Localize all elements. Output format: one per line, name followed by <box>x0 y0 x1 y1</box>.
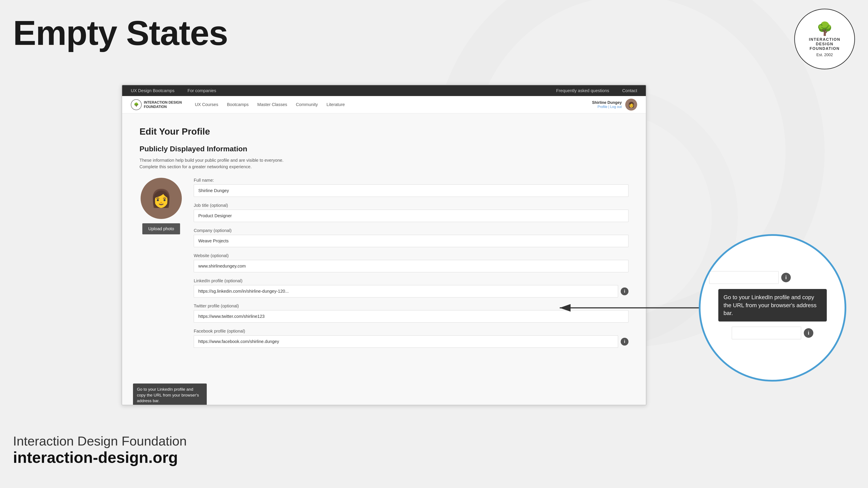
zoom-circle: i Go to your LinkedIn profile and copy t… <box>699 234 846 382</box>
field-website-label: Website (optional) <box>194 253 628 258</box>
field-facebook-label: Facebook profile (optional) <box>194 329 628 334</box>
form-fields: Full name: Job title (optional) Company … <box>194 178 628 348</box>
nav-user-name: Shirline Dungey <box>592 100 622 105</box>
field-fullname-label: Full name: <box>194 178 628 183</box>
nav-link-bootcamps[interactable]: Bootcamps <box>227 102 249 107</box>
field-facebook-input[interactable] <box>194 335 618 348</box>
profile-avatar: 👩 <box>141 178 182 219</box>
field-company-label: Company (optional) <box>194 228 628 233</box>
nav-user-info: Shirline Dungey Profile | Log out <box>592 100 622 109</box>
content-area: Edit Your Profile Publicly Displayed Inf… <box>122 113 646 405</box>
section-desc-line1: These information help build your public… <box>140 158 283 163</box>
field-fullname: Full name: <box>194 178 628 197</box>
field-jobtitle-label: Job title (optional) <box>194 203 628 208</box>
bottom-text: Interaction Design Foundation interactio… <box>13 433 187 466</box>
field-linkedin-row: i Go to your LinkedIn profile and copy t… <box>194 285 628 297</box>
nav-user: Shirline Dungey Profile | Log out 👩 <box>592 99 637 110</box>
field-company: Company (optional) <box>194 228 628 247</box>
linkedin-info-icon[interactable]: i <box>621 288 628 295</box>
browser-mockup: UX Design Bootcamps For companies Freque… <box>122 85 647 405</box>
field-company-input[interactable] <box>194 235 628 247</box>
field-facebook: Facebook profile (optional) i <box>194 329 628 348</box>
field-website: Website (optional) <box>194 253 628 272</box>
facebook-info-icon[interactable]: i <box>621 338 628 346</box>
zoom-bottom-info-icon[interactable]: i <box>804 328 813 338</box>
footer-line2: interaction-design.org <box>13 449 187 466</box>
top-nav-item-contact[interactable]: Contact <box>622 88 637 93</box>
idf-logo-est: Est. 2002 <box>816 53 833 57</box>
nav-logo-icon: 🌳 <box>131 99 142 110</box>
nav-link-courses[interactable]: UX Courses <box>195 102 218 107</box>
upload-photo-button[interactable]: Upload photo <box>142 223 180 234</box>
field-linkedin-input[interactable] <box>194 285 618 297</box>
top-nav-item-companies[interactable]: For companies <box>187 88 216 93</box>
avatar: 👩 <box>625 99 637 110</box>
field-linkedin: LinkedIn profile (optional) i Go to your… <box>194 279 628 297</box>
nav-logo: 🌳 INTERACTION DESIGNFOUNDATION <box>131 99 182 110</box>
nav-link-community[interactable]: Community <box>296 102 318 107</box>
nav-logo-text: INTERACTION DESIGNFOUNDATION <box>144 100 182 109</box>
form-body: 👩 Upload photo Full name: Job title (opt… <box>140 178 628 348</box>
footer-line1: Interaction Design Foundation <box>13 433 187 449</box>
top-nav-bar: UX Design Bootcamps For companies Freque… <box>122 85 646 96</box>
field-website-input[interactable] <box>194 260 628 272</box>
top-nav-item-faq[interactable]: Frequently asked questions <box>556 88 609 93</box>
top-nav-item-bootcamps[interactable]: UX Design Bootcamps <box>131 88 175 93</box>
section-desc-line2: Complete this section for a greater netw… <box>140 164 252 169</box>
section-title: Publicly Displayed Information <box>140 144 628 153</box>
zoom-field-row: i <box>709 271 836 284</box>
nav-link-masterclasses[interactable]: Master Classes <box>257 102 287 107</box>
idf-tree-icon: 🌳 <box>816 21 833 36</box>
zoom-bottom-input[interactable] <box>732 327 801 339</box>
form-title: Edit Your Profile <box>140 126 628 137</box>
nav-link-literature[interactable]: Literature <box>327 102 345 107</box>
field-linkedin-label: LinkedIn profile (optional) <box>194 279 628 283</box>
avatar-section: 👩 Upload photo <box>140 178 183 234</box>
field-jobtitle: Job title (optional) <box>194 203 628 222</box>
nav-user-links[interactable]: Profile | Log out <box>592 105 622 109</box>
zoom-linkedin-input[interactable] <box>709 271 779 284</box>
page-title: Empty States <box>13 13 228 53</box>
field-facebook-row: i <box>194 335 628 348</box>
zoom-info-icon[interactable]: i <box>781 273 791 282</box>
zoom-callout: i Go to your LinkedIn profile and copy t… <box>699 234 850 386</box>
linkedin-tooltip: Go to your LinkedIn profile and copy the… <box>133 384 207 405</box>
field-fullname-input[interactable] <box>194 185 628 197</box>
field-jobtitle-input[interactable] <box>194 209 628 222</box>
zoom-bottom-field-row: i <box>732 327 813 345</box>
zoom-tooltip: Go to your LinkedIn profile and copy the… <box>718 289 827 321</box>
section-desc: These information help build your public… <box>140 157 628 170</box>
idf-logo: 🌳 INTERACTIONDESIGNFOUNDATION Est. 2002 <box>794 9 855 69</box>
main-nav: 🌳 INTERACTION DESIGNFOUNDATION UX Course… <box>122 96 646 113</box>
idf-logo-brand: INTERACTIONDESIGNFOUNDATION <box>809 37 840 51</box>
